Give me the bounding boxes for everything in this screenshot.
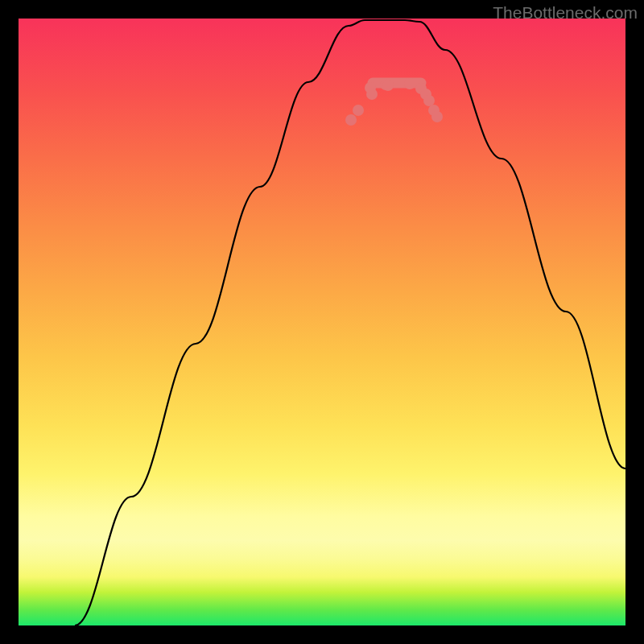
bottleneck-curve	[75, 20, 625, 625]
marker-left-cluster-4	[365, 82, 376, 93]
watermark-text: TheBottleneck.com	[493, 3, 638, 23]
marker-left-cluster-1	[345, 114, 357, 126]
chart-svg	[19, 19, 625, 625]
marker-left-cluster-6	[382, 80, 394, 91]
marker-left-cluster-2	[353, 105, 364, 116]
chart-plot-area	[19, 19, 625, 625]
marker-right-cluster-4	[423, 95, 435, 106]
marker-right-cluster-1	[404, 78, 415, 89]
marker-right-cluster-6	[431, 111, 443, 122]
